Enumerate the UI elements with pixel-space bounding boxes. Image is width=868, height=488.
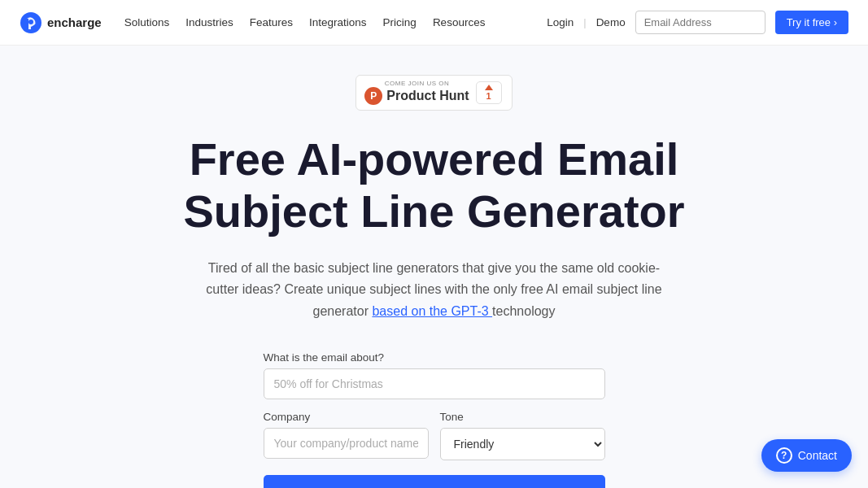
ph-come-join-text: COME JOIN US ON — [385, 81, 450, 87]
try-free-button[interactable]: Try it free › — [775, 11, 848, 34]
ph-logo: COME JOIN US ON P Product Hunt — [364, 81, 469, 105]
contact-button[interactable]: ? Contact — [761, 439, 852, 472]
navbar: encharge Solutions Industries Features I… — [0, 0, 868, 46]
demo-link[interactable]: Demo — [596, 16, 626, 28]
tone-group: Tone Friendly Professional Casual Formal… — [440, 411, 605, 460]
email-input[interactable] — [635, 11, 765, 34]
question-group: What is the email about? — [264, 351, 605, 399]
company-group: Company — [264, 411, 429, 460]
logo-link[interactable]: encharge — [20, 11, 102, 34]
ph-circle-icon: P — [364, 87, 382, 105]
nav-right: Login | Demo Try it free › — [547, 11, 848, 34]
logo-text: encharge — [47, 15, 102, 29]
nav-resources[interactable]: Resources — [433, 16, 486, 28]
product-hunt-badge[interactable]: COME JOIN US ON P Product Hunt 1 — [355, 75, 512, 111]
contact-label: Contact — [798, 449, 837, 462]
ph-p-letter: P — [370, 90, 377, 102]
ph-triangle-icon — [485, 85, 493, 90]
company-tone-row: Company Tone Friendly Professional Casua… — [264, 411, 605, 460]
hero-section: COME JOIN US ON P Product Hunt 1 Free AI… — [0, 46, 868, 488]
nav-links: Solutions Industries Features Integratio… — [124, 16, 547, 28]
subject-line-form: What is the email about? Company Tone Fr… — [264, 351, 605, 488]
nav-industries[interactable]: Industries — [185, 16, 233, 28]
generate-button[interactable]: Generate AI Subject Lines › — [264, 475, 605, 488]
ph-upvote-badge[interactable]: 1 — [476, 81, 502, 104]
svg-point-1 — [28, 20, 33, 24]
nav-pricing[interactable]: Pricing — [383, 16, 417, 28]
company-input[interactable] — [264, 428, 429, 459]
ph-count-text: 1 — [486, 91, 491, 101]
company-label: Company — [264, 411, 429, 423]
nav-features[interactable]: Features — [250, 16, 293, 28]
ph-icon-row: P Product Hunt — [364, 87, 469, 105]
ph-name-text: Product Hunt — [386, 89, 469, 103]
nav-divider: | — [583, 16, 586, 28]
hero-subtext: Tired of all the basic subject line gene… — [198, 258, 670, 322]
contact-chat-icon: ? — [776, 447, 792, 464]
subtext-after: technology — [492, 304, 555, 318]
gpt3-link[interactable]: based on the GPT-3 — [372, 304, 492, 318]
nav-integrations[interactable]: Integrations — [309, 16, 367, 28]
main-heading: Free AI-powered Email Subject Line Gener… — [183, 133, 684, 238]
question-input[interactable] — [264, 368, 605, 399]
nav-solutions[interactable]: Solutions — [124, 16, 170, 28]
login-link[interactable]: Login — [547, 16, 574, 28]
heading-line1: Free AI-powered Email — [190, 133, 679, 185]
tone-select[interactable]: Friendly Professional Casual Formal Humo… — [440, 428, 605, 460]
heading-line2: Subject Line Generator — [183, 185, 684, 237]
tone-label: Tone — [440, 411, 605, 423]
question-label: What is the email about? — [264, 351, 605, 364]
logo-icon — [20, 11, 42, 34]
